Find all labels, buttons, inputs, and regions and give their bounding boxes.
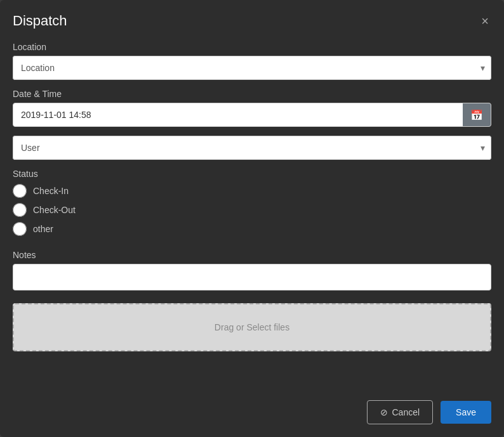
location-select[interactable]: Location [13,56,491,80]
status-other-label[interactable]: other [33,224,53,234]
modal-header: Dispatch × [13,13,491,29]
dropzone-label: Drag or Select files [215,322,289,332]
user-select-wrapper: User ▾ [13,136,491,160]
status-checkout-label[interactable]: Check-Out [33,205,76,215]
location-select-wrapper: Location ▾ [13,56,491,80]
datetime-input[interactable] [13,103,463,126]
notes-group: Notes [13,250,491,290]
status-checkout-radio[interactable] [13,203,27,217]
status-other-radio[interactable] [13,222,27,236]
location-label: Location [13,42,491,52]
status-checkin-label[interactable]: Check-In [33,186,69,196]
notes-input[interactable] [13,264,491,290]
datetime-label: Date & Time [13,89,491,99]
cancel-label: Cancel [392,407,420,417]
calendar-button[interactable]: 📅 [463,103,491,126]
save-button[interactable]: Save [441,401,491,424]
datetime-group: Date & Time 📅 [13,89,491,127]
location-group: Location Location ▾ [13,42,491,80]
notes-label: Notes [13,250,491,260]
user-select[interactable]: User [13,136,491,160]
status-label: Status [13,169,491,179]
status-checkin-item: Check-In [13,184,491,198]
status-group: Status Check-In Check-Out other [13,169,491,241]
file-dropzone[interactable]: Drag or Select files [13,303,491,351]
cancel-icon: ⊘ [380,407,388,417]
close-button[interactable]: × [479,15,491,27]
user-group: User ▾ [13,136,491,160]
cancel-button[interactable]: ⊘ Cancel [367,400,433,424]
status-checkin-radio[interactable] [13,184,27,198]
calendar-icon: 📅 [470,109,483,121]
modal-container: Dispatch × Location Location ▾ Date & Ti… [0,0,504,437]
modal-title: Dispatch [13,13,67,29]
modal-footer: ⊘ Cancel Save [13,390,491,424]
status-other-item: other [13,222,491,236]
datetime-wrapper: 📅 [13,103,491,127]
status-checkout-item: Check-Out [13,203,491,217]
